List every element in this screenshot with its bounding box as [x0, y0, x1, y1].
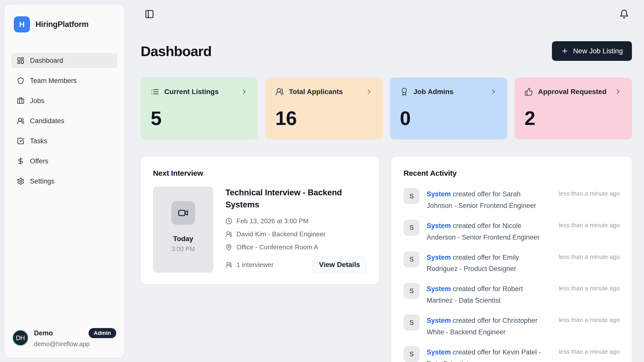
map-pin-icon — [225, 244, 232, 251]
chevron-right-icon — [614, 88, 622, 96]
activity-text: System created offer for Nicole Anderson… — [427, 220, 548, 243]
sidebar-item-tasks[interactable]: Tasks — [11, 133, 117, 149]
users-icon — [225, 231, 232, 238]
activity-actor[interactable]: System — [427, 190, 451, 198]
chevron-right-icon — [240, 88, 248, 96]
new-job-listing-button[interactable]: New Job Listing — [552, 41, 632, 61]
stat-value: 2 — [525, 108, 622, 128]
users-icon — [17, 117, 24, 125]
activity-actor[interactable]: System — [427, 254, 451, 261]
lower-panels: Next Interview Today 3:00 PM Technical I… — [141, 157, 632, 362]
bell-icon — [619, 9, 629, 19]
app-logo: H — [14, 16, 30, 32]
interview-interviewer-row: David Kim - Backend Engineer — [225, 230, 367, 238]
user-info: Demo Admin demo@hireflow.app — [34, 328, 116, 348]
stat-value: 0 — [400, 108, 497, 128]
stat-label: Approval Requested — [538, 88, 609, 96]
activity-actor[interactable]: System — [427, 222, 451, 230]
activity-item: S System created offer for Kevin Patel -… — [404, 346, 620, 362]
chevron-right-icon — [490, 88, 497, 96]
video-camera-icon — [171, 201, 195, 225]
activity-avatar: S — [404, 283, 420, 299]
interview-day: Today — [173, 235, 193, 243]
activity-actor[interactable]: System — [427, 348, 451, 356]
sidebar-spacer — [11, 189, 117, 328]
sidebar-nav: Dashboard Team Members Jobs Candidates T… — [11, 53, 117, 189]
plus-icon — [561, 47, 569, 55]
clock-icon — [225, 218, 232, 224]
activity-avatar: S — [404, 346, 420, 362]
interview-location: Office - Conference Room A — [236, 243, 318, 251]
thumbs-up-icon — [525, 87, 533, 96]
interview-info: Technical Interview - Backend Systems Fe… — [225, 187, 367, 273]
next-interview-panel: Next Interview Today 3:00 PM Technical I… — [141, 157, 379, 284]
sidebar-item-label: Candidates — [30, 117, 64, 125]
role-badge: Admin — [89, 328, 116, 338]
interview-datetime-row: Feb 13, 2026 at 3:00 PM — [225, 217, 367, 225]
activity-text: System created offer for Kevin Patel - D… — [427, 346, 548, 362]
user-name: Demo — [34, 329, 53, 337]
sidebar-item-settings[interactable]: Settings — [11, 174, 117, 189]
stats-row: Current Listings 5 Total Applicants 16 — [141, 77, 632, 140]
shield-icon — [17, 77, 24, 84]
user-card[interactable]: DH Demo Admin demo@hireflow.app — [11, 328, 117, 348]
check-square-icon — [17, 137, 24, 145]
activity-text: System created offer for Sarah Johnson -… — [427, 188, 548, 212]
sidebar-item-jobs[interactable]: Jobs — [11, 93, 117, 108]
stat-card-total-applicants[interactable]: Total Applicants 16 — [265, 77, 383, 140]
activity-timestamp: less than a minute ago — [559, 346, 620, 355]
activity-avatar: S — [404, 314, 420, 331]
stat-label: Total Applicants — [289, 88, 360, 96]
activity-text: System created offer for Emily Rodriguez… — [427, 251, 548, 275]
stat-card-job-admins[interactable]: Job Admins 0 — [390, 77, 507, 140]
interview-interviewer: David Kim - Backend Engineer — [236, 230, 326, 238]
activity-item: S System created offer for Christopher W… — [404, 314, 620, 338]
notifications-button[interactable] — [619, 9, 629, 19]
sidebar-item-label: Settings — [30, 177, 55, 185]
topbar — [129, 0, 644, 28]
stat-value: 5 — [151, 108, 248, 128]
briefcase-icon — [17, 97, 24, 105]
award-icon — [400, 87, 409, 96]
activity-text: System created offer for Robert Martinez… — [427, 283, 548, 306]
sidebar-item-team-members[interactable]: Team Members — [11, 73, 117, 88]
list-icon — [151, 87, 159, 96]
users-icon — [225, 261, 232, 268]
sidebar-item-label: Dashboard — [30, 57, 63, 65]
avatar: DH — [12, 330, 28, 346]
sidebar-item-label: Team Members — [30, 77, 77, 85]
activity-actor[interactable]: System — [427, 317, 451, 324]
layout-dashboard-icon — [17, 57, 24, 64]
view-details-button[interactable]: View Details — [312, 257, 367, 273]
interviewer-count-row: 1 interviewer — [225, 261, 273, 269]
stat-label: Job Admins — [414, 88, 485, 96]
activity-item: S System created offer for Nicole Anders… — [404, 220, 620, 243]
activity-avatar: S — [404, 188, 420, 204]
sidebar-item-candidates[interactable]: Candidates — [11, 113, 117, 128]
new-job-listing-label: New Job Listing — [573, 47, 623, 55]
panel-left-icon — [145, 9, 154, 19]
activity-item: S System created offer for Emily Rodrigu… — [404, 251, 620, 275]
sidebar-item-offers[interactable]: Offers — [11, 154, 117, 169]
sidebar-item-label: Jobs — [30, 97, 44, 105]
activity-list: S System created offer for Sarah Johnson… — [404, 188, 620, 362]
sidebar-toggle-button[interactable] — [145, 9, 154, 19]
stat-label: Current Listings — [164, 88, 235, 96]
stat-card-current-listings[interactable]: Current Listings 5 — [141, 77, 258, 140]
activity-item: S System created offer for Robert Martin… — [404, 283, 620, 306]
activity-timestamp: less than a minute ago — [559, 314, 620, 324]
app-name: HiringPlatform — [35, 20, 89, 29]
activity-item: S System created offer for Sarah Johnson… — [404, 188, 620, 212]
stat-card-approval-requested[interactable]: Approval Requested 2 — [514, 77, 632, 140]
activity-timestamp: less than a minute ago — [559, 220, 620, 229]
sidebar-item-label: Tasks — [30, 137, 47, 145]
page-header: Dashboard New Job Listing — [141, 41, 632, 61]
app-logo-letter: H — [19, 20, 25, 29]
sidebar-item-dashboard[interactable]: Dashboard — [11, 53, 117, 68]
activity-avatar: S — [404, 220, 420, 236]
stat-value: 16 — [275, 108, 373, 128]
interview-job-title: Technical Interview - Backend Systems — [225, 187, 367, 211]
gear-icon — [17, 177, 24, 185]
activity-actor[interactable]: System — [427, 285, 451, 293]
user-email: demo@hireflow.app — [34, 340, 116, 348]
